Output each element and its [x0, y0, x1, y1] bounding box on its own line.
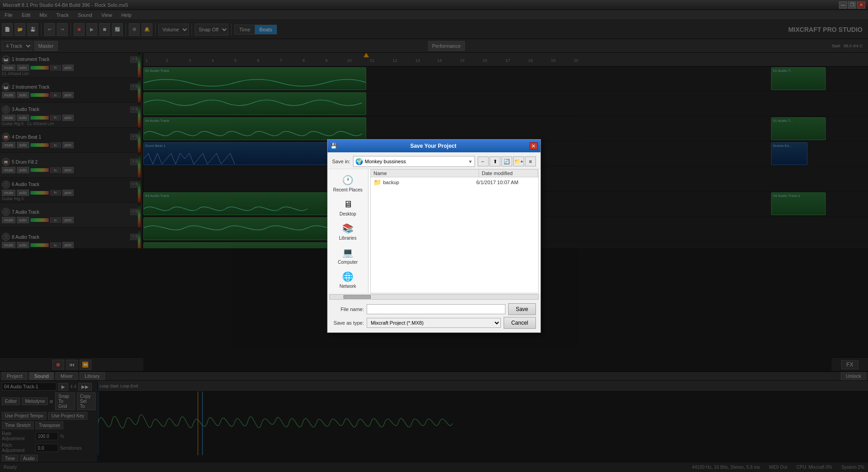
- dropdown-arrow: ▼: [468, 159, 473, 164]
- recent-places-icon: 🕐: [341, 174, 355, 186]
- libraries-icon: 📚: [341, 222, 355, 235]
- nav-computer[interactable]: 💻 Computer: [329, 244, 366, 266]
- filename-label: File name:: [332, 306, 364, 312]
- dialog-nav-toolbar: ← ⬆ 🔄 📁+ ≡: [478, 156, 536, 166]
- filetype-row: Save as type: Mixcraft Project (*.MX8) C…: [328, 316, 540, 332]
- view-button[interactable]: ≡: [525, 156, 536, 166]
- filename-row: File name: Save: [328, 301, 540, 316]
- dialog-filelist: Name Date modified 📁 backup 6/1/2017 10:…: [370, 169, 539, 293]
- save-in-path[interactable]: 🌍 Monkey bussiness ▼: [353, 156, 475, 167]
- desktop-label: Desktop: [339, 211, 356, 216]
- folder-icon-backup: 📁: [373, 179, 381, 186]
- network-icon: 🌐: [341, 270, 355, 283]
- scrollbar-thumb: [343, 295, 371, 299]
- refresh-button[interactable]: 🔄: [501, 156, 512, 166]
- libraries-label: Libraries: [339, 236, 356, 241]
- dialog-main-area: 🕐 Recent Places 🖥 Desktop 📚 Libraries 💻 …: [328, 169, 540, 293]
- recent-places-label: Recent Places: [333, 187, 362, 192]
- computer-label: Computer: [338, 260, 358, 265]
- up-button[interactable]: ⬆: [490, 156, 500, 166]
- filetype-select[interactable]: Mixcraft Project (*.MX8): [367, 318, 501, 328]
- dialog-close-button[interactable]: ✕: [530, 142, 538, 150]
- filetype-label: Save as type:: [332, 320, 364, 326]
- filename-input[interactable]: [367, 304, 505, 314]
- file-date-backup: 6/1/2017 10:07 AM: [476, 180, 535, 185]
- nav-recent-places[interactable]: 🕐 Recent Places: [329, 172, 366, 194]
- col-date[interactable]: Date modified: [479, 170, 538, 177]
- dialog-overlay: 💾 Save Your Project ✕ Save in: 🌍 Monkey …: [0, 0, 868, 472]
- folder-icon: 🌍: [355, 158, 363, 165]
- nav-desktop[interactable]: 🖥 Desktop: [329, 196, 366, 218]
- back-button[interactable]: ←: [478, 156, 489, 166]
- network-label: Network: [339, 284, 356, 289]
- dialog-nav: 🕐 Recent Places 🖥 Desktop 📚 Libraries 💻 …: [328, 169, 368, 293]
- save-dialog: 💾 Save Your Project ✕ Save in: 🌍 Monkey …: [327, 139, 541, 333]
- file-name-backup: backup: [383, 180, 476, 185]
- dialog-title-text: Save Your Project: [410, 143, 457, 149]
- new-folder-button[interactable]: 📁+: [513, 156, 524, 166]
- desktop-icon: 🖥: [341, 198, 355, 211]
- dialog-titlebar: 💾 Save Your Project ✕: [328, 140, 540, 152]
- current-folder-text: Monkey bussiness: [365, 159, 466, 164]
- nav-network[interactable]: 🌐 Network: [329, 268, 366, 291]
- col-name[interactable]: Name: [371, 170, 479, 177]
- file-row-backup[interactable]: 📁 backup 6/1/2017 10:07 AM: [371, 177, 538, 187]
- file-list-header: Name Date modified: [371, 170, 538, 177]
- dialog-scrollbar[interactable]: [329, 294, 539, 300]
- save-action-btn[interactable]: Save: [508, 303, 536, 315]
- nav-libraries[interactable]: 📚 Libraries: [329, 220, 366, 242]
- dialog-title-icon: 💾: [330, 143, 337, 149]
- computer-icon: 💻: [341, 246, 355, 259]
- save-in-label: Save in:: [332, 159, 350, 164]
- cancel-action-btn[interactable]: Cancel: [504, 317, 536, 329]
- save-in-row: Save in: 🌍 Monkey bussiness ▼ ← ⬆ 🔄 📁+ ≡: [328, 152, 540, 169]
